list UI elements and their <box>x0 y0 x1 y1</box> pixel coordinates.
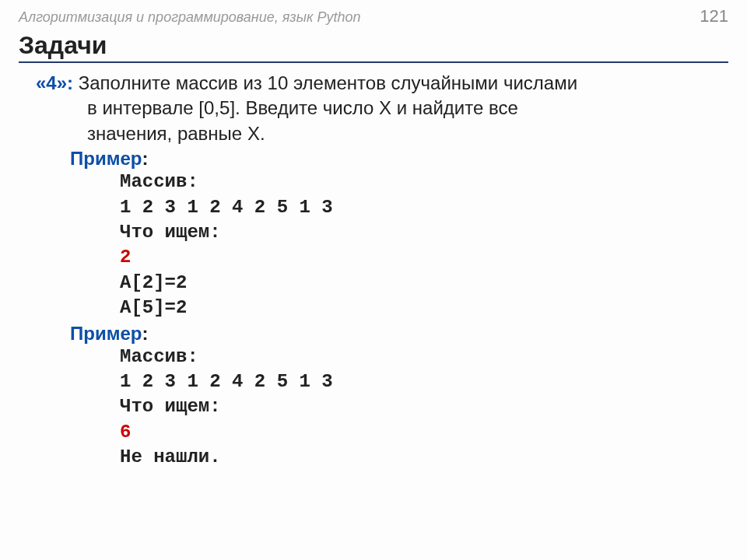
ex2-result: Не нашли. <box>36 445 728 470</box>
ex1-search-value: 2 <box>36 245 728 270</box>
example-word: Пример <box>70 148 142 169</box>
ex2-search-label: Что ищем: <box>36 394 728 419</box>
example-word-2: Пример <box>70 323 142 344</box>
example-label-1: Пример: <box>36 148 728 170</box>
colon-2: : <box>142 323 148 344</box>
content: «4»: Заполните массив из 10 элементов сл… <box>19 71 728 470</box>
ex1-array-label: Массив: <box>36 170 728 194</box>
ex1-result-2: A[5]=2 <box>36 296 728 320</box>
section-title: Задачи <box>19 31 728 63</box>
ex2-search-value: 6 <box>36 420 728 445</box>
breadcrumb-text: Алгоритмизация и программирование, язык … <box>19 9 360 26</box>
ex2-array-values: 1 2 3 1 2 4 2 5 1 3 <box>36 369 728 394</box>
task-text-1: Заполните массив из 10 элементов случайн… <box>73 72 577 93</box>
ex2-array-label: Массив: <box>36 345 728 369</box>
ex1-array-values: 1 2 3 1 2 4 2 5 1 3 <box>36 195 728 220</box>
page-number: 121 <box>700 6 728 26</box>
header: Алгоритмизация и программирование, язык … <box>19 6 728 26</box>
ex1-search-label: Что ищем: <box>36 220 728 245</box>
ex1-result-1: A[2]=2 <box>36 271 728 296</box>
task-text-3: значения, равные X. <box>36 121 728 146</box>
task-text-2: в интервале [0,5]. Введите число X и най… <box>36 96 728 121</box>
example-label-2: Пример: <box>36 323 728 345</box>
grade-badge: «4»: <box>36 72 73 93</box>
colon: : <box>142 148 148 169</box>
task-line-1: «4»: Заполните массив из 10 элементов сл… <box>36 71 728 96</box>
